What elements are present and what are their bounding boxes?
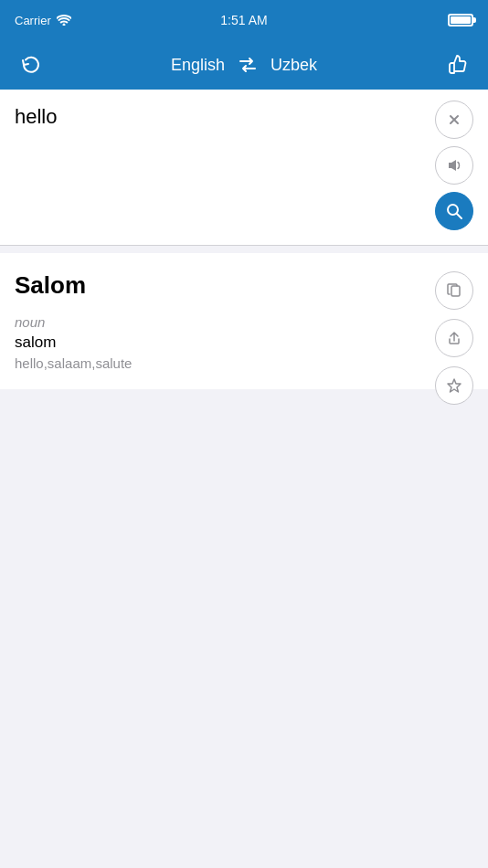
nav-bar: English Uzbek [0,40,488,90]
result-details: noun salom hello,salaam,salute [15,314,473,371]
swap-languages-button[interactable] [234,51,261,79]
status-bar-right [448,14,473,26]
status-bar-left: Carrier [15,14,71,27]
language-selector: English Uzbek [48,51,440,79]
favorite-button[interactable] [435,366,473,405]
search-button[interactable] [435,192,473,230]
clear-button[interactable] [435,101,473,139]
history-icon [19,53,43,77]
thumbs-up-icon [445,53,469,77]
svg-rect-5 [451,286,460,296]
star-icon [446,377,462,394]
carrier-label: Carrier [15,14,51,27]
battery-icon [448,14,473,26]
search-side-buttons [435,101,473,230]
status-bar: Carrier 1:51 AM [0,0,488,40]
copy-button[interactable] [435,271,473,310]
rate-button[interactable] [440,48,473,81]
search-input-text[interactable]: hello [15,101,424,134]
speaker-icon [446,157,462,174]
copy-icon [446,282,462,299]
result-area: Salom noun salom hello,salaam, [0,253,488,389]
search-area: hello [0,90,488,246]
result-translation: salom [15,333,473,352]
share-icon [446,330,462,346]
svg-line-4 [457,214,461,218]
back-button[interactable] [15,48,48,81]
svg-marker-6 [448,379,461,392]
swap-icon [237,54,259,76]
part-of-speech: noun [15,314,473,330]
speaker-button[interactable] [435,146,473,185]
share-button[interactable] [435,319,473,357]
wifi-icon [57,15,71,26]
search-icon [445,202,463,220]
result-synonyms: hello,salaam,salute [15,355,473,371]
target-language[interactable]: Uzbek [271,56,317,75]
result-side-buttons [435,271,473,405]
result-main-word: Salom [15,271,473,300]
source-language[interactable]: English [171,56,225,75]
status-bar-time: 1:51 AM [220,13,267,27]
svg-marker-2 [449,160,456,171]
clear-icon [447,112,461,127]
